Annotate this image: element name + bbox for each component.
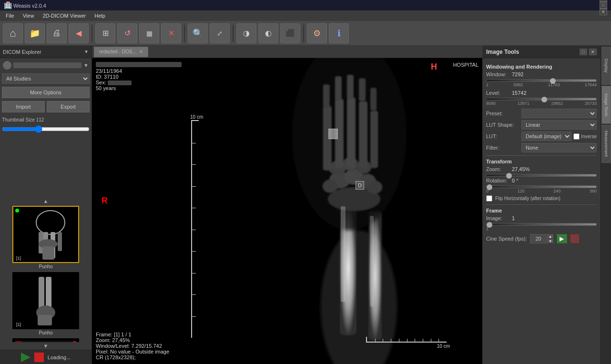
cine-stop-btn[interactable]: [570, 234, 580, 243]
play-btn[interactable]: [21, 353, 31, 362]
main-area: DICOM Explorer ▼ ▼ All Studies More Opti…: [0, 46, 611, 364]
toolbar-contrast-btn[interactable]: ◑: [236, 23, 256, 43]
transform-title: Transform: [486, 159, 597, 164]
thumb-label-2: Punho: [1, 330, 91, 335]
toolbar-invert-btn[interactable]: ◐: [258, 23, 278, 43]
stop-btn[interactable]: [34, 353, 44, 362]
window-slider-track: [486, 79, 597, 82]
status-dot-red: [72, 341, 76, 342]
vtab-display[interactable]: Display: [601, 47, 611, 85]
toolbar-nav-btn[interactable]: ◀: [69, 23, 89, 43]
panel-close-btn[interactable]: ✕: [589, 49, 597, 55]
toolbar-rotate-btn[interactable]: ↺: [117, 23, 137, 43]
toolbar-layout-btn[interactable]: ▦: [139, 23, 159, 43]
overlay-sex: Sex:: [96, 80, 182, 85]
toolbar-print-btn[interactable]: 🖨: [47, 23, 67, 43]
thumbnail-wrapper-3[interactable]: 10.2 MB [0]: [12, 338, 79, 342]
frame-slider-thumb[interactable]: [487, 222, 492, 228]
patient-expand-icon[interactable]: ▼: [83, 62, 89, 68]
overlay-age: 50 years: [96, 85, 182, 91]
thumbnail-item[interactable]: [1] Punho: [1, 206, 91, 269]
window-slider-labels: 1 5882 11763 17644: [486, 82, 597, 87]
thumbnail-wrapper-1[interactable]: [1]: [12, 206, 79, 263]
lut-shape-label: LUT Shape:: [486, 122, 519, 128]
toolbar-close-btn[interactable]: ✕: [161, 23, 181, 43]
panel-controls: □ ✕: [580, 49, 597, 55]
patient-avatar: [3, 61, 11, 70]
lut-label: LUT:: [486, 133, 519, 139]
rotation-slider-thumb[interactable]: [487, 184, 492, 190]
level-slider-labels: 8090 13971 19852 25733: [486, 101, 597, 106]
lut-shape-select[interactable]: Linear: [521, 120, 597, 130]
rotation-value-row: Rotation: 0 °: [486, 178, 597, 183]
viewer-area: redacted - DOS... ✕: [92, 46, 482, 364]
more-options-btn[interactable]: More Options: [2, 87, 90, 98]
scroll-up-icon[interactable]: ▲: [0, 197, 92, 205]
toolbar-fit-btn[interactable]: ⤢: [210, 23, 230, 43]
explorer-title: DICOM Explorer: [3, 49, 41, 55]
close-btn[interactable]: ✕: [600, 9, 607, 15]
study-filter-dropdown[interactable]: All Studies: [2, 73, 90, 84]
d-marker: D: [356, 181, 364, 190]
window-slider-container: 1 5882 11763 17644: [486, 79, 597, 87]
vtab-measurement[interactable]: Measurement: [601, 125, 611, 163]
cine-play-btn[interactable]: ▶: [557, 234, 567, 243]
level-slider-thumb[interactable]: [541, 97, 547, 102]
viewer-tab-1[interactable]: redacted - DOS... ✕: [94, 47, 148, 57]
flip-label: Flip Horizontally (after rotation): [495, 196, 560, 201]
overlay-id: ID: 37110: [96, 74, 182, 80]
overlay-window: Window/Level: 7.292/15.742: [96, 343, 169, 349]
window-value: 7292: [512, 71, 523, 77]
thumbnail-item-3[interactable]: 10.2 MB [0] Mão: [1, 338, 91, 342]
lut-select[interactable]: Default (image): [521, 131, 571, 141]
overlay-pixel: Pixel: No value - Outside image: [96, 349, 169, 354]
toolbar-pseudo-btn[interactable]: ⬛: [280, 23, 300, 43]
flip-checkbox[interactable]: [486, 195, 492, 202]
patient-name: [13, 62, 81, 68]
image-tools-panel: Image Tools □ ✕ Windowing and Rendering …: [482, 46, 601, 364]
toolbar-grid-btn[interactable]: ⊞: [95, 23, 115, 43]
scroll-down-icon[interactable]: ▼: [0, 342, 92, 350]
overlay-name: [96, 62, 182, 67]
thumbnail-item-2[interactable]: [1] Punho: [1, 272, 91, 335]
maximize-btn[interactable]: □: [600, 2, 607, 9]
export-btn[interactable]: Export: [47, 101, 90, 112]
menu-help[interactable]: Help: [91, 12, 109, 20]
import-btn[interactable]: Import: [2, 101, 45, 112]
cine-up-btn[interactable]: ▲: [547, 234, 554, 239]
loading-text: Loading...: [48, 354, 71, 360]
filter-label: Filter:: [486, 145, 519, 151]
toolbar-home-btn[interactable]: ⌂: [3, 23, 23, 43]
image-label: Image:: [486, 215, 510, 221]
inverse-checkbox[interactable]: [573, 133, 580, 140]
toolbar-open-btn[interactable]: 📁: [25, 23, 45, 43]
app-icon: 🏥: [4, 1, 12, 9]
zoom-slider-container: [486, 174, 597, 177]
frame-slider-labels: 1: [486, 226, 597, 231]
preset-select[interactable]: [521, 109, 597, 118]
titlebar-left: 🏥 Weasis v2.0.4: [4, 1, 46, 9]
toolbar-zoom-btn[interactable]: 🔍: [188, 23, 208, 43]
filter-select[interactable]: None: [521, 143, 597, 152]
explorer-arrow-icon[interactable]: ▼: [84, 49, 89, 54]
cine-speed-input[interactable]: [530, 234, 547, 243]
tab-close-icon[interactable]: ✕: [139, 49, 143, 54]
toolbar-settings-btn[interactable]: ⚙: [307, 23, 327, 43]
thumbnail-wrapper-2[interactable]: [1]: [12, 272, 79, 329]
titlebar: 🏥 Weasis v2.0.4 — □ ✕: [0, 0, 611, 10]
scale-label-br: 10 cm: [437, 344, 450, 349]
thumbnail-size-slider[interactable]: [2, 125, 90, 133]
panel-undock-btn[interactable]: □: [580, 49, 587, 55]
toolbar-info-btn[interactable]: ℹ: [329, 23, 349, 43]
vtab-image-tools[interactable]: Image Tools: [601, 86, 611, 124]
menu-view[interactable]: View: [19, 12, 38, 20]
frame-section: Frame Image: 1 1: [486, 208, 597, 243]
level-value: 15742: [512, 90, 527, 96]
cine-down-btn[interactable]: ▼: [547, 239, 554, 243]
dicom-viewer[interactable]: 23/11/1964 ID: 37110 Sex: 50 years HOSPI…: [92, 58, 482, 364]
menu-dicom[interactable]: 2D-DICOM Viewer: [39, 12, 90, 20]
thumb-frame-badge-1: [1]: [15, 255, 22, 261]
preset-label: Preset:: [486, 111, 519, 116]
playback-controls: Loading...: [0, 350, 92, 364]
menu-file[interactable]: File: [2, 12, 18, 20]
